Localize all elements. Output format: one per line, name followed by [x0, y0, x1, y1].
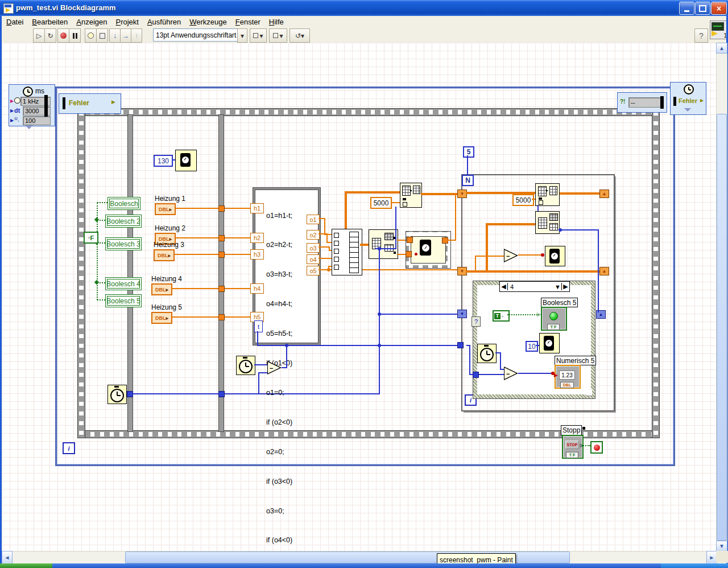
wire-segment[interactable] — [254, 364, 267, 365]
tunnel[interactable] — [457, 342, 464, 348]
wire-segment[interactable] — [318, 218, 324, 219]
timed-loop-right-data-node[interactable]: ?! -- — [617, 92, 667, 113]
wait-until-next-ms-multiple-icon[interactable] — [539, 333, 560, 353]
tunnel[interactable] — [218, 205, 225, 212]
retain-wire-values-button[interactable] — [96, 28, 108, 43]
formula-input-t[interactable]: t — [254, 320, 263, 332]
stop-button-terminal[interactable]: STOP T F ▷ — [562, 435, 584, 459]
index-array-node[interactable] — [535, 211, 560, 234]
wire-segment[interactable] — [97, 202, 107, 203]
local-variable-boolesch-4[interactable]: Boolesch 4 — [105, 277, 142, 290]
auto-index-tunnel[interactable]: ▲ — [599, 267, 609, 275]
local-variable-boolesch-5[interactable]: Boolesch 5 — [105, 294, 142, 307]
wire-segment[interactable] — [475, 256, 476, 271]
close-button[interactable]: × — [711, 2, 727, 15]
wire-segment[interactable] — [379, 249, 380, 394]
wire-segment[interactable] — [559, 229, 599, 231]
vi-icon[interactable]: 1 — [710, 20, 728, 39]
scroll-left-button[interactable]: ◄ — [2, 551, 13, 564]
wire-segment[interactable] — [379, 314, 458, 315]
terminal-heizung-4[interactable]: DBL▸ — [151, 283, 172, 295]
local-variable-boolesch[interactable]: Boolesch — [107, 197, 140, 210]
index-array-node[interactable] — [369, 229, 398, 259]
run-continuous-button[interactable]: ↻ — [44, 28, 56, 43]
menu-anzeigen[interactable]: Anzeigen — [76, 18, 107, 26]
wire-segment[interactable] — [598, 229, 599, 312]
numeric-constant-5000[interactable]: 5000 — [512, 194, 534, 206]
local-variable-boolesch-2[interactable]: Boolesch 2 — [105, 215, 142, 228]
timed-loop-iteration-terminal[interactable]: i — [63, 442, 75, 454]
wire-segment[interactable] — [500, 369, 504, 370]
wire-segment[interactable] — [486, 223, 535, 225]
highlight-execution-button[interactable] — [85, 28, 97, 43]
wire-segment[interactable] — [324, 218, 325, 234]
wire-segment[interactable] — [173, 237, 251, 238]
numeric-indicator-terminal[interactable]: 1.23 DBL ▶ — [555, 365, 581, 389]
formula-output-o2[interactable]: o2 — [307, 230, 320, 240]
loop-condition-terminal[interactable] — [590, 441, 603, 454]
sequence-frame-divider-1[interactable] — [127, 114, 133, 432]
menu-projekt[interactable]: Projekt — [115, 18, 138, 26]
for-loop-count-terminal[interactable]: N — [462, 175, 474, 186]
formula-output-o5[interactable]: o5 — [307, 266, 320, 275]
sequence-border-top[interactable] — [77, 108, 660, 116]
tunnel[interactable] — [218, 314, 225, 320]
auto-index-tunnel[interactable]: ▲ — [599, 190, 609, 198]
subtract-node[interactable]: − — [504, 249, 518, 262]
minimize-button[interactable] — [679, 2, 694, 15]
scroll-up-button[interactable]: ▲ — [716, 43, 727, 53]
local-variable-boolesch-3[interactable]: Boolesch 3 — [105, 237, 142, 250]
tunnel[interactable] — [218, 286, 225, 292]
taskbar-edge[interactable] — [52, 563, 661, 568]
build-array-node[interactable] — [332, 229, 362, 275]
menu-bearbeiten[interactable]: Bearbeiten — [32, 18, 68, 26]
wire-segment[interactable] — [455, 194, 456, 241]
numeric-constant-130[interactable]: 130 — [154, 155, 173, 167]
case-selector-label[interactable]: ◀ 4 ▼ ▶ — [499, 281, 570, 292]
wire-segment[interactable] — [518, 254, 543, 256]
formula-input-h3[interactable]: h3 — [250, 249, 264, 260]
formula-input-h4[interactable]: h4 — [250, 283, 264, 294]
sequence-frame-divider-2[interactable] — [218, 114, 224, 432]
terminal-heizung-5[interactable]: DBL▸ — [151, 312, 172, 324]
false-constant[interactable]: ▾ F — [84, 232, 98, 244]
scroll-down-button[interactable]: ▼ — [716, 541, 727, 551]
boolean-indicator-terminal[interactable]: T F — [541, 307, 567, 331]
wire-segment[interactable] — [345, 191, 347, 229]
title-bar[interactable]: pwm_test.vi Blockdiagramm × — [0, 0, 728, 16]
formula-input-h2[interactable]: h2 — [250, 233, 264, 243]
replace-array-subset-node[interactable]: ▸ — [400, 183, 422, 208]
wire-segment[interactable] — [500, 352, 501, 370]
subtract-node[interactable]: − — [504, 367, 518, 380]
wire-segment[interactable] — [286, 346, 287, 368]
tick-count-icon[interactable] — [107, 385, 127, 404]
terminal-heizung-1[interactable]: DBL▸ — [155, 203, 176, 215]
case-prev-icon[interactable]: ◀ — [500, 283, 508, 290]
restore-button[interactable] — [695, 2, 710, 15]
wait-until-next-ms-multiple-icon[interactable] — [545, 246, 565, 266]
step-out-button[interactable]: ↑ — [131, 28, 142, 43]
tick-count-icon[interactable] — [236, 356, 255, 375]
wire-segment[interactable] — [97, 299, 105, 301]
numeric-constant-10[interactable]: 10 — [526, 341, 538, 352]
wire-segment[interactable] — [169, 288, 251, 289]
tunnel[interactable] — [218, 235, 225, 241]
wire-segment[interactable] — [581, 445, 590, 446]
wire-segment[interactable] — [318, 258, 333, 259]
tick-count-icon[interactable] — [477, 344, 497, 363]
abort-button[interactable] — [57, 28, 69, 43]
wire-segment[interactable] — [345, 191, 401, 194]
start-button-edge[interactable] — [0, 563, 52, 568]
tunnel[interactable] — [407, 237, 413, 243]
menu-ausfuehren[interactable]: Ausführen — [147, 18, 181, 26]
menu-fenster[interactable]: Fenster — [235, 18, 260, 26]
run-button[interactable]: ▷ — [33, 28, 45, 43]
tunnel[interactable] — [218, 391, 225, 397]
wire-segment[interactable] — [172, 254, 251, 255]
sequence-border-left[interactable] — [77, 108, 85, 438]
wire-segment[interactable] — [257, 331, 258, 345]
menu-werkzeuge[interactable]: Werkzeuge — [189, 18, 227, 26]
formula-output-o1[interactable]: o1 — [307, 215, 320, 224]
numeric-constant-5000[interactable]: 5000 — [370, 197, 392, 209]
wire-segment[interactable] — [421, 193, 458, 195]
